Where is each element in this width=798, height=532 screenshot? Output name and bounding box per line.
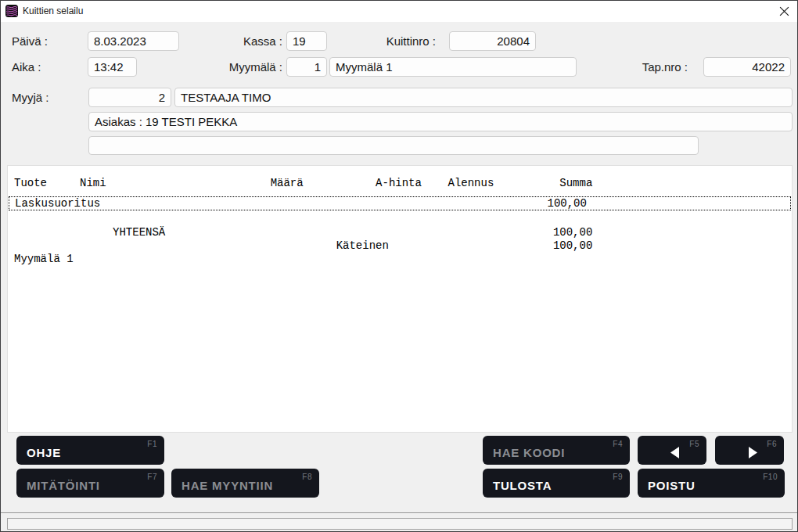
ohje-button-fkey: F1 xyxy=(147,440,157,448)
kassa-field[interactable]: 19 xyxy=(286,31,327,51)
statusbar-divider xyxy=(1,512,797,514)
aika-field[interactable]: 13:42 xyxy=(88,57,137,77)
myymala-number-field[interactable]: 1 xyxy=(286,57,327,77)
receipt-panel[interactable]: Tuote Nimi Määrä A-hinta Alennus Summa L… xyxy=(7,165,793,433)
poistu-button-label: POISTU xyxy=(648,479,696,492)
myymala-label: Myymälä : xyxy=(195,57,282,77)
window-title: Kuittien selailu xyxy=(23,1,83,22)
receipt-row-selected[interactable]: Laskusuoritus 100,00 xyxy=(9,196,791,210)
hae-koodi-button-fkey: F4 xyxy=(613,440,623,448)
window: Kuittien selailu Päivä : 8.03.2023 Kassa… xyxy=(0,0,798,532)
close-icon xyxy=(779,6,789,16)
titlebar[interactable]: Kuittien selailu xyxy=(1,1,797,22)
kuittinro-field[interactable]: 20804 xyxy=(449,31,536,51)
poistu-button-fkey: F10 xyxy=(763,473,778,481)
receipt-row: Käteinen 100,00 xyxy=(8,239,792,253)
receipt-header: Tuote Nimi Määrä A-hinta Alennus Summa xyxy=(8,177,798,190)
next-receipt-button[interactable]: F6 xyxy=(715,436,784,465)
mitatointi-button-fkey: F7 xyxy=(147,473,157,481)
mitatointi-button-label: MITÄTÖINTI xyxy=(27,479,100,492)
myyja-label: Myyjä : xyxy=(12,88,49,107)
right-arrow-icon xyxy=(748,447,757,458)
hae-koodi-button-label: HAE KOODI xyxy=(493,446,565,459)
receipt-row xyxy=(8,213,792,226)
hae-myyntiin-button[interactable]: HAE MYYNTIIN F8 xyxy=(171,469,319,498)
status-field xyxy=(7,518,793,530)
left-arrow-icon xyxy=(670,447,680,458)
tulosta-button-fkey: F9 xyxy=(613,473,623,481)
paiva-field[interactable]: 8.03.2023 xyxy=(88,31,179,51)
kassa-label: Kassa : xyxy=(203,31,282,51)
ohje-button-label: OHJE xyxy=(27,446,61,459)
tulosta-button-label: TULOSTA xyxy=(493,479,552,492)
aika-label: Aika : xyxy=(12,57,41,77)
tapnro-field[interactable]: 42022 xyxy=(703,57,791,77)
asiakas-field[interactable]: Asiakas : 19 TESTI PEKKA xyxy=(88,112,793,131)
poistu-button[interactable]: POISTU F10 xyxy=(638,469,785,498)
receipt-row: Myymälä 1 xyxy=(8,253,792,266)
receipt-list: YHTEENSÄ 100,00 Käteinen 100,00 Myymälä … xyxy=(8,213,792,266)
app-icon xyxy=(5,5,18,17)
hae-myyntiin-button-label: HAE MYYNTIIN xyxy=(182,479,273,492)
close-button[interactable] xyxy=(774,2,794,20)
next-button-fkey: F6 xyxy=(767,440,777,448)
myymala-name-field[interactable]: Myymälä 1 xyxy=(329,57,577,77)
paiva-label: Päivä : xyxy=(12,31,48,51)
prev-button-fkey: F5 xyxy=(689,440,699,448)
myyja-name-field[interactable]: TESTAAJA TIMO xyxy=(174,88,793,107)
hae-koodi-button[interactable]: HAE KOODI F4 xyxy=(483,436,630,465)
mitatointi-button[interactable]: MITÄTÖINTI F7 xyxy=(16,469,164,498)
hae-myyntiin-button-fkey: F8 xyxy=(302,473,312,481)
note-field[interactable] xyxy=(88,136,699,155)
tapnro-label: Tap.nro : xyxy=(598,57,688,77)
receipt-row: YHTEENSÄ 100,00 xyxy=(8,226,792,239)
ohje-button[interactable]: OHJE F1 xyxy=(16,436,164,465)
tulosta-button[interactable]: TULOSTA F9 xyxy=(483,469,630,498)
prev-receipt-button[interactable]: F5 xyxy=(638,436,706,465)
receipt-row-selected-text: Laskusuoritus 100,00 xyxy=(9,197,790,210)
myyja-number-field[interactable]: 2 xyxy=(88,88,171,107)
kuittinro-label: Kuittinro : xyxy=(345,31,436,51)
